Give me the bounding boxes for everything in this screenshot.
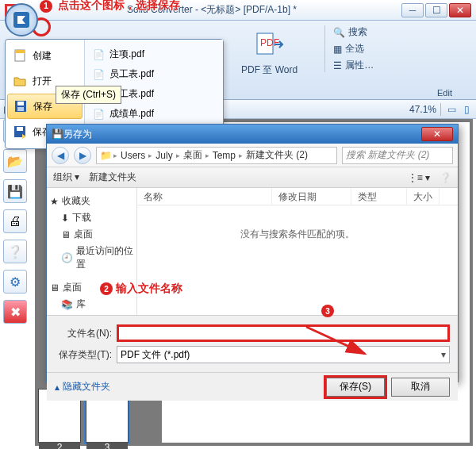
save-tool[interactable]: 💾	[3, 179, 27, 203]
dialog-titlebar: 💾 另存为 ✕	[47, 125, 458, 144]
fit-page-icon[interactable]: ▯	[460, 103, 473, 116]
col-size: 大小	[407, 188, 440, 205]
svg-rect-2	[15, 50, 25, 53]
badge-2: 2	[100, 282, 113, 295]
file-list[interactable]: 名称 修改日期 类型 大小 没有与搜索条件匹配的项。	[137, 188, 458, 315]
search-button[interactable]: 🔍搜索	[333, 25, 374, 39]
zoom-value[interactable]: 47.1%	[409, 104, 436, 115]
nav-back-button[interactable]: ◀	[52, 147, 69, 164]
col-type: 类型	[351, 188, 407, 205]
folder-icon: 📁	[100, 150, 112, 161]
search-icon: 🔍	[333, 27, 345, 38]
hide-folders-toggle[interactable]: ▴隐藏文件夹	[55, 380, 110, 393]
tree-favorites: ★收藏夹	[50, 193, 133, 209]
print-tool[interactable]: 🖨	[3, 209, 27, 233]
annotation-3: 3	[321, 305, 337, 317]
svg-text:PDF: PDF	[260, 37, 279, 48]
pdf-to-word-icon: PDF	[254, 29, 286, 60]
col-name: 名称	[137, 188, 272, 205]
settings-tool[interactable]: ⚙	[3, 270, 27, 294]
edit-group: 🔍搜索 ▦全选 ☰属性…	[324, 25, 374, 72]
fit-width-icon[interactable]: ▭	[445, 103, 458, 116]
help-icon[interactable]: ❔	[440, 172, 451, 183]
pdf-file-icon: 📄	[93, 49, 105, 60]
new-document-icon	[12, 48, 28, 63]
svg-rect-4	[17, 102, 24, 106]
folder-tree[interactable]: ★收藏夹 ⬇下载 🖥桌面 🕘最近访问的位置 🖥桌面 📚库 🎬视频 🖼图片 📄文档…	[47, 188, 137, 315]
annotation-1: 1 点击这个图标，选择保存	[40, 0, 180, 13]
close-button[interactable]: ✕	[449, 3, 471, 17]
badge-1: 1	[40, 0, 52, 13]
pdf-file-icon: 📄	[93, 69, 105, 80]
desktop-icon: 🖥	[61, 229, 71, 240]
dialog-close-button[interactable]: ✕	[421, 127, 453, 141]
help-tool[interactable]: ❔	[3, 240, 27, 263]
tree-desktop: 🖥桌面	[50, 226, 133, 243]
properties-icon: ☰	[333, 60, 342, 71]
save-tooltip: 保存 (Ctrl+S)	[56, 86, 121, 104]
view-mode-button[interactable]: ⋮≡ ▾	[408, 172, 430, 183]
select-all-button[interactable]: ▦全选	[333, 42, 374, 56]
tree-recent: 🕘最近访问的位置	[50, 243, 133, 273]
dialog-cancel-button[interactable]: 取消	[391, 378, 450, 397]
filename-label: 文件名(N):	[55, 327, 112, 340]
open-tool[interactable]: 📂	[3, 149, 27, 173]
maximize-button[interactable]: ☐	[425, 3, 447, 17]
download-icon: ⬇	[61, 213, 69, 224]
organize-button[interactable]: 组织 ▾	[53, 171, 79, 184]
save-as-icon	[12, 124, 28, 140]
filetype-select[interactable]: PDF 文件 (*.pdf)	[117, 346, 450, 363]
dialog-save-button[interactable]: 保存(S)	[326, 378, 385, 397]
recent-file-3[interactable]: 📄成绩单.pdf	[88, 104, 220, 124]
select-all-icon: ▦	[333, 44, 342, 55]
floppy-disk-icon	[13, 98, 29, 114]
dialog-nav: ◀ ▶ 📁▸ Users▸ July▸ 桌面▸ Temp▸ 新建文件夹 (2) …	[47, 144, 458, 167]
tree-video: 🎬视频	[50, 313, 133, 315]
filetype-label: 保存类型(T):	[55, 348, 112, 362]
save-as-dialog: 💾 另存为 ✕ ◀ ▶ 📁▸ Users▸ July▸ 桌面▸ Temp▸ 新建…	[46, 124, 459, 382]
svg-rect-7	[17, 127, 23, 131]
col-date: 修改日期	[272, 188, 351, 205]
nav-fwd-button[interactable]: ▶	[74, 147, 91, 164]
library-icon: 📚	[61, 299, 73, 310]
desktop-icon: 🖥	[50, 282, 60, 294]
group-label-edit: Edit	[437, 88, 452, 98]
save-icon: 💾	[52, 129, 63, 140]
empty-message: 没有与搜索条件匹配的项。	[137, 228, 458, 241]
app-logo-icon	[11, 10, 32, 30]
file-list-header[interactable]: 名称 修改日期 类型 大小	[137, 188, 458, 205]
recent-file-0[interactable]: 📄注项.pdf	[88, 44, 220, 64]
dialog-title: 另存为	[63, 128, 421, 141]
dialog-toolbar: 组织 ▾ 新建文件夹 ⋮≡ ▾ ❔	[47, 167, 458, 188]
svg-rect-5	[17, 107, 24, 111]
recent-icon: 🕘	[61, 252, 73, 263]
app-button[interactable]	[5, 3, 38, 36]
pdf-file-icon: 📄	[93, 109, 105, 120]
annotation-2: 2 输入文件名称	[100, 282, 182, 296]
pdf-to-word-button[interactable]: PDF PDF 至 Word	[238, 25, 301, 80]
address-bar[interactable]: 📁▸ Users▸ July▸ 桌面▸ Temp▸ 新建文件夹 (2)	[96, 147, 337, 164]
chevron-up-icon: ▴	[55, 382, 60, 393]
folder-open-icon	[12, 73, 28, 89]
menu-create[interactable]: 创建	[6, 43, 84, 68]
recent-file-1[interactable]: 📄员工表.pdf	[88, 64, 220, 84]
dialog-search[interactable]: 搜索 新建文件夹 (2)	[342, 147, 453, 164]
tree-libraries: 📚库	[50, 296, 133, 313]
new-folder-button[interactable]: 新建文件夹	[89, 171, 136, 184]
side-toolbar: 📁 📂 💾 🖨 ❔ ⚙ ✖	[3, 119, 30, 324]
minimize-button[interactable]: ─	[401, 3, 424, 17]
filename-input[interactable]	[117, 324, 450, 342]
tree-downloads: ⬇下载	[50, 209, 133, 226]
star-icon: ★	[50, 196, 59, 207]
badge-3: 3	[321, 305, 334, 317]
properties-button[interactable]: ☰属性…	[333, 59, 374, 72]
close-tool[interactable]: ✖	[3, 300, 27, 324]
